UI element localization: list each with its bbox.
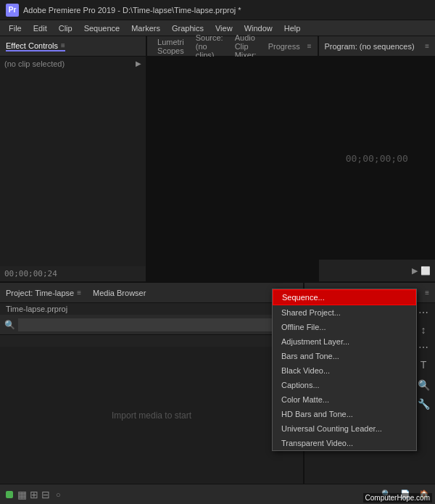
source-tab[interactable]: Source: (no clips) bbox=[191, 33, 228, 59]
project-header: Project: Time-lapse ≡ Media Browser bbox=[0, 283, 303, 303]
play-button[interactable]: ▶ bbox=[412, 266, 418, 276]
menu-help[interactable]: Help bbox=[278, 22, 307, 34]
items-count: 0 Items bbox=[0, 335, 303, 347]
effect-controls-label: Effect Controls bbox=[6, 41, 58, 50]
program-controls: ▶ ⬜ bbox=[319, 260, 436, 281]
dropdown-shared-project[interactable]: Shared Project... bbox=[273, 305, 416, 320]
source-panel-content bbox=[147, 57, 317, 281]
effect-controls-panel: Effect Controls ≡ (no clip selected) ▶ 0… bbox=[0, 36, 147, 281]
effect-controls-menu-icon[interactable]: ≡ bbox=[61, 41, 65, 49]
timeline-menu-icon[interactable]: ≡ bbox=[425, 289, 429, 297]
type-tool[interactable]: T bbox=[416, 358, 431, 371]
slip-tool[interactable]: ⋯ bbox=[416, 341, 431, 354]
program-menu-icon[interactable]: ≡ bbox=[425, 42, 429, 50]
project-content: Import media to start bbox=[0, 347, 303, 484]
title-bar: Pr Adobe Premiere Pro 2019 - D:\Time-lap… bbox=[0, 0, 435, 20]
settings-button[interactable]: 🔧 bbox=[416, 397, 431, 410]
program-panel: Program: (no sequences) ≡ 00;00;00;00 ▶ … bbox=[319, 36, 436, 281]
rate-stretch-tool[interactable]: ↕ bbox=[416, 323, 431, 336]
project-tab-menu[interactable]: ≡ bbox=[77, 289, 81, 297]
effect-controls-tab[interactable]: Effect Controls ≡ bbox=[6, 41, 65, 51]
dropdown-adjustment-layer[interactable]: Adjustment Layer... bbox=[273, 334, 416, 349]
dropdown-black-video[interactable]: Black Video... bbox=[273, 363, 416, 378]
status-icon-1: ▦ bbox=[17, 489, 27, 500]
status-indicator bbox=[6, 491, 13, 498]
search-input[interactable] bbox=[18, 318, 285, 331]
menu-clip[interactable]: Clip bbox=[53, 22, 78, 34]
no-clip-text: (no clip selected) bbox=[4, 59, 65, 68]
zoom-tool[interactable]: 🔍 bbox=[416, 379, 431, 392]
menu-window[interactable]: Window bbox=[239, 22, 278, 34]
effect-controls-header: Effect Controls ≡ bbox=[0, 36, 146, 57]
menu-edit[interactable]: Edit bbox=[28, 22, 53, 34]
project-tab-label: Project: Time-lapse bbox=[6, 289, 74, 297]
menu-graphics[interactable]: Graphics bbox=[166, 22, 210, 34]
new-item-dropdown: Sequence... Shared Project... Offline Fi… bbox=[272, 289, 417, 451]
program-timecode: 00;00;00;00 bbox=[346, 153, 408, 164]
media-browser-tab[interactable]: Media Browser bbox=[93, 289, 146, 297]
dropdown-bars-tone[interactable]: Bars and Tone... bbox=[273, 349, 416, 363]
menu-view[interactable]: View bbox=[210, 22, 239, 34]
export-frame-button[interactable]: ⬜ bbox=[420, 266, 431, 276]
status-circle: ○ bbox=[56, 490, 61, 499]
tool-row-5: 🔍 bbox=[416, 379, 431, 392]
program-panel-header: Program: (no sequences) ≡ bbox=[319, 36, 436, 57]
project-panel: Project: Time-lapse ≡ Media Browser Time… bbox=[0, 283, 304, 504]
status-icons: ▦ ⊞ ⊟ ○ bbox=[17, 489, 61, 500]
program-content: 00;00;00;00 bbox=[319, 57, 436, 260]
top-panel-row: Effect Controls ≡ (no clip selected) ▶ 0… bbox=[0, 36, 435, 283]
audio-clip-mixer-tab[interactable]: Audio Clip Mixer: bbox=[231, 33, 261, 59]
dropdown-transparent-video[interactable]: Transparent Video... bbox=[273, 436, 416, 450]
source-panel-header: Lumetri Scopes Source: (no clips) Audio … bbox=[147, 36, 317, 57]
dropdown-captions[interactable]: Captions... bbox=[273, 378, 416, 392]
project-tab[interactable]: Project: Time-lapse ≡ bbox=[6, 289, 81, 297]
title-bar-text: Adobe Premiere Pro 2019 - D:\Time-lapse\… bbox=[23, 6, 429, 15]
dropdown-hd-bars-tone[interactable]: HD Bars and Tone... bbox=[273, 407, 416, 421]
source-panel-menu-icon[interactable]: ≡ bbox=[307, 42, 312, 50]
expand-arrow-icon[interactable]: ▶ bbox=[136, 59, 141, 67]
status-icon-3: ⊟ bbox=[41, 489, 50, 500]
progress-tab[interactable]: Progress bbox=[264, 42, 304, 51]
menu-file[interactable]: File bbox=[3, 22, 28, 34]
watermark: ComputerHope.com bbox=[363, 493, 432, 503]
project-file-item: Time-lapse.prproj bbox=[0, 303, 303, 315]
app-logo: Pr bbox=[6, 4, 19, 17]
menu-markers[interactable]: Markers bbox=[125, 22, 166, 34]
lumetri-scopes-tab[interactable]: Lumetri Scopes bbox=[153, 38, 188, 55]
effect-controls-content: (no clip selected) ▶ bbox=[0, 57, 146, 266]
dropdown-color-matte[interactable]: Color Matte... bbox=[273, 392, 416, 407]
menu-sequence[interactable]: Sequence bbox=[78, 22, 126, 34]
program-tab-label[interactable]: Program: (no sequences) bbox=[325, 42, 415, 51]
project-search-row: 🔍 📁 bbox=[0, 315, 303, 335]
dropdown-universal-counting[interactable]: Universal Counting Leader... bbox=[273, 421, 416, 436]
dropdown-sequence[interactable]: Sequence... bbox=[273, 289, 416, 305]
status-icon-2: ⊞ bbox=[30, 489, 38, 500]
source-panel: Lumetri Scopes Source: (no clips) Audio … bbox=[147, 36, 318, 281]
effect-controls-timecode: 00;00;00;24 bbox=[0, 266, 146, 281]
dropdown-offline-file[interactable]: Offline File... bbox=[273, 320, 416, 334]
track-select-tool[interactable]: ⋯ bbox=[416, 306, 431, 319]
search-icon[interactable]: 🔍 bbox=[4, 320, 15, 330]
import-text: Import media to start bbox=[112, 410, 191, 421]
